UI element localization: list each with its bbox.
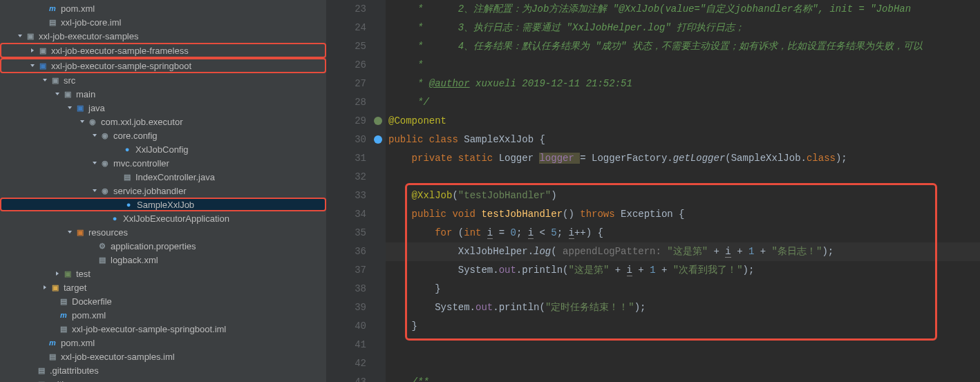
- no-arrow: [113, 173, 120, 180]
- code-line: }: [388, 283, 441, 294]
- tree-icon: ▣: [37, 45, 48, 56]
- tree-icon: ▣: [37, 60, 48, 71]
- tree-item[interactable]: ◉service.jobhandler: [0, 184, 326, 198]
- tree-label: pom.xml: [61, 3, 95, 14]
- tree-item[interactable]: ▤xxl-job-executor-sample-springboot.iml: [0, 322, 326, 336]
- line-number: 42: [326, 354, 379, 373]
- line-number: 34: [326, 205, 379, 224]
- tree-item[interactable]: ▣java: [0, 101, 326, 115]
- no-arrow: [101, 215, 108, 222]
- tree-item[interactable]: ▤xxl-job-executor-samples.iml: [0, 350, 326, 363]
- tree-item[interactable]: ▤xxl-job-core.iml: [0, 15, 326, 29]
- code-area[interactable]: * 2、注解配置：为Job方法添加注解 "@XxlJob(value="自定义j…: [386, 0, 980, 382]
- line-number: 37: [326, 261, 379, 280]
- tree-label: logback.xml: [111, 255, 158, 265]
- tree-item[interactable]: ▤logback.xml: [0, 253, 326, 267]
- tree-item[interactable]: ●XxlJobConfig: [0, 142, 326, 156]
- tree-item[interactable]: ▣main: [0, 87, 326, 101]
- chevron-down-icon[interactable]: [91, 187, 98, 194]
- chevron-down-icon[interactable]: [17, 32, 23, 39]
- no-arrow: [28, 367, 35, 374]
- tree-icon: m: [47, 337, 58, 348]
- code-line: private static: [388, 153, 499, 164]
- chevron-down-icon[interactable]: [79, 118, 86, 125]
- tree-icon: ▤: [58, 323, 69, 334]
- tree-item[interactable]: ▣target: [0, 280, 326, 294]
- chevron-down-icon[interactable]: [91, 132, 98, 139]
- code-editor[interactable]: 2324252627282930313233343536373839404142…: [326, 0, 980, 382]
- tree-icon: ●: [123, 199, 134, 210]
- tree-icon: ▣: [50, 282, 61, 293]
- tree-item[interactable]: ●SampleXxlJob: [0, 198, 326, 211]
- chevron-down-icon[interactable]: [66, 104, 73, 111]
- tree-item[interactable]: ◉com.xxl.job.executor: [0, 115, 326, 128]
- tree-label: XxlJobConfig: [135, 144, 189, 155]
- chevron-down-icon[interactable]: [91, 160, 98, 166]
- line-number: 29: [326, 112, 379, 131]
- tree-label: SampleXxlJob: [137, 200, 194, 210]
- project-tree[interactable]: mpom.xml▤xxl-job-core.iml▣xxl-job-execut…: [0, 0, 326, 382]
- svg-point-0: [374, 117, 382, 125]
- line-number: 23: [326, 0, 379, 19]
- no-arrow: [39, 339, 46, 346]
- tree-item[interactable]: ▣src: [0, 73, 326, 87]
- tree-item[interactable]: ▤IndexController.java: [0, 170, 326, 184]
- tree-item[interactable]: mpom.xml: [0, 308, 326, 322]
- tree-icon: ▣: [62, 88, 73, 99]
- tree-icon: ◉: [100, 130, 111, 141]
- tree-item[interactable]: ●XxlJobExecutorApplication: [0, 211, 326, 225]
- line-number: 40: [326, 317, 379, 336]
- chevron-right-icon[interactable]: [41, 284, 48, 291]
- tree-icon: ▤: [47, 17, 58, 28]
- tree-label: main: [76, 89, 95, 99]
- tree-label: application.properties: [111, 241, 196, 251]
- tree-item[interactable]: ▣xxl-job-executor-sample-frameless: [0, 43, 326, 58]
- tree-item[interactable]: ▣test: [0, 267, 326, 280]
- tree-item[interactable]: ▣xxl-job-executor-sample-springboot: [0, 58, 326, 73]
- tree-item[interactable]: ◉mvc.controller: [0, 156, 326, 170]
- chevron-down-icon[interactable]: [41, 77, 48, 84]
- tree-label: XxlJobExecutorApplication: [123, 213, 229, 224]
- tree-label: .gitignore: [50, 379, 86, 383]
- no-arrow: [39, 353, 46, 360]
- line-number: 35: [326, 224, 379, 242]
- chevron-down-icon[interactable]: [29, 62, 36, 69]
- code-line: *: [388, 59, 423, 70]
- tree-label: java: [88, 103, 105, 113]
- tree-item[interactable]: ▣xxl-job-executor-samples: [0, 29, 326, 43]
- line-number: 38: [326, 280, 379, 298]
- no-arrow: [115, 201, 122, 208]
- tree-item[interactable]: ◉core.config: [0, 128, 326, 142]
- no-arrow: [39, 19, 46, 26]
- tree-item[interactable]: ▤.gitattributes: [0, 363, 326, 377]
- chevron-right-icon[interactable]: [54, 270, 61, 277]
- tree-icon: ▣: [62, 268, 73, 279]
- spring-bean-icon[interactable]: [373, 116, 383, 126]
- line-number: 41: [326, 336, 379, 354]
- no-arrow: [88, 256, 95, 263]
- line-number: 43: [326, 373, 379, 382]
- no-arrow: [50, 325, 57, 332]
- chevron-right-icon[interactable]: [29, 47, 36, 54]
- line-number: 36: [326, 242, 379, 261]
- tree-item[interactable]: ⚙application.properties: [0, 239, 326, 253]
- tree-label: xxl-job-executor-samples.iml: [61, 352, 175, 362]
- tree-item[interactable]: mpom.xml: [0, 1, 326, 15]
- no-arrow: [88, 242, 95, 249]
- tree-label: resources: [88, 227, 128, 238]
- tree-icon: ▣: [75, 227, 86, 238]
- chevron-down-icon[interactable]: [54, 90, 61, 97]
- tree-item[interactable]: ▤Dockerfile: [0, 294, 326, 308]
- tree-label: src: [64, 75, 75, 86]
- code-line: public: [388, 134, 429, 145]
- no-arrow: [113, 146, 120, 153]
- code-line: [386, 168, 980, 187]
- code-line: * 3、执行日志：需要通过 "XxlJobHelper.log" 打印执行日志；: [388, 22, 744, 33]
- tree-label: pom.xml: [61, 338, 95, 348]
- tree-item[interactable]: mpom.xml: [0, 336, 326, 350]
- spring-bean-icon[interactable]: [373, 135, 383, 144]
- tree-item[interactable]: ▤.gitignore: [0, 377, 326, 382]
- tree-item[interactable]: ▣resources: [0, 225, 326, 239]
- chevron-down-icon[interactable]: [66, 229, 73, 236]
- line-number: 25: [326, 37, 379, 56]
